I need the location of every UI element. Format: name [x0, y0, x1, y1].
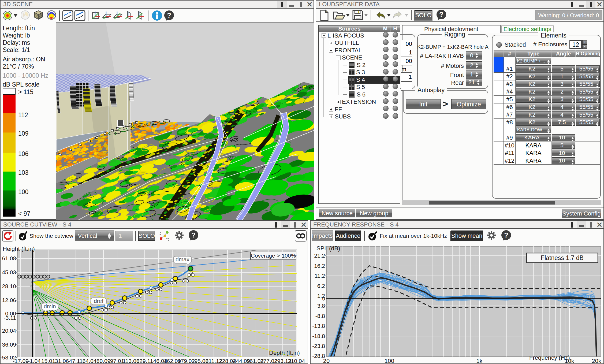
svg-text:31.06: 31.06	[55, 358, 69, 364]
svg-text:20k: 20k	[592, 358, 601, 364]
svg-text:0: 0	[322, 296, 325, 302]
svg-text:20: 20	[323, 358, 330, 364]
svg-text:SPL (dB): SPL (dB)	[316, 245, 340, 252]
svg-text:?: ?	[191, 231, 196, 239]
svg-text:-1.04: -1.04	[28, 358, 41, 364]
svg-text:61.08: 61.08	[2, 255, 16, 261]
svg-text:80.09: 80.09	[96, 358, 111, 364]
svg-text:-8.8: -8.8	[315, 313, 325, 319]
svg-text:-20.04: -20.04	[1, 328, 16, 334]
svg-text:Coverage > 100%: Coverage > 100%	[251, 252, 296, 259]
svg-text:12.06: 12.06	[2, 297, 16, 303]
svg-text:-13.8: -13.8	[312, 323, 325, 329]
svg-text:-23.8: -23.8	[312, 343, 325, 349]
svg-text:-36.09: -36.09	[1, 341, 16, 348]
svg-text:47.11: 47.11	[69, 358, 83, 364]
svg-text:?: ?	[504, 231, 508, 239]
svg-text:64.04: 64.04	[83, 358, 97, 364]
svg-text:6.2: 6.2	[317, 283, 325, 289]
svg-text:dref: dref	[94, 298, 103, 304]
svg-text:11.2: 11.2	[315, 273, 325, 279]
svg-text:100: 100	[385, 358, 394, 364]
svg-text:?: ?	[167, 11, 171, 19]
svg-text:16.2: 16.2	[314, 263, 325, 269]
svg-text:97.01: 97.01	[110, 358, 124, 364]
svg-text:dmin: dmin	[44, 303, 56, 309]
svg-text:?: ?	[439, 10, 443, 18]
svg-text:Depth (ft.in): Depth (ft.in)	[269, 350, 300, 356]
svg-text:28.10: 28.10	[2, 283, 16, 289]
svg-text:Flatness 1.7 dB: Flatness 1.7 dB	[541, 254, 584, 261]
svg-text:dmax: dmax	[176, 256, 189, 262]
svg-text:Height (ft.in): Height (ft.in)	[3, 246, 35, 252]
svg-text:Frequency (Hz): Frequency (Hz)	[529, 354, 570, 361]
svg-text:15.01: 15.01	[41, 358, 55, 364]
svg-text:-18.8: -18.8	[312, 333, 325, 339]
svg-text:310.04: 310.04	[288, 358, 305, 364]
svg-text:45.03: 45.03	[2, 269, 16, 275]
svg-text:-3.11: -3.11	[4, 315, 16, 321]
svg-text:1k: 1k	[476, 358, 483, 364]
svg-text:21.2: 21.2	[314, 252, 325, 259]
svg-text:-3.8: -3.8	[315, 303, 325, 309]
svg-text:-17.09: -17.09	[13, 358, 29, 364]
